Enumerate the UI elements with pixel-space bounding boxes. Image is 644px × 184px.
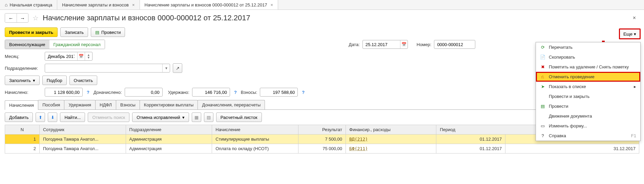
calendar-icon[interactable]: 📅 [77,52,85,60]
month-input[interactable]: 📅 ▲▼ [45,52,92,61]
contrib-field[interactable] [260,90,297,95]
refresh-icon: ⟳ [540,45,545,50]
tab-label: Начисление зарплаты и взносов 0000-00001… [145,2,267,7]
subtab-ndfl[interactable]: НДФЛ [95,100,116,109]
post-label: Провести [101,30,121,35]
month-field[interactable] [45,54,77,59]
close-icon[interactable]: × [633,15,639,21]
month-label: Месяц: [5,54,42,59]
post-and-close-button[interactable]: Провести и закрыть [5,27,58,37]
post-button[interactable]: ▤ Провести [91,27,125,37]
cell-financing: ВД(212) [346,135,436,144]
tab-doc1[interactable]: Начисление зарплаты и взносов × [57,0,140,9]
cell-result: 7 500,00 [298,135,346,144]
menu-mark-delete[interactable]: ✖Пометить на удаление / Снять пометку [536,62,640,72]
table-row[interactable]: 2 Погодина Тамара Анатол... Администраци… [5,144,639,154]
menu-reread[interactable]: ⟳Перечитать [536,42,640,52]
pick-button[interactable]: Подбор [42,76,67,85]
subtab-deductions[interactable]: Удержания [64,100,96,109]
cell-financing: БФ(211) [346,144,436,154]
col-department[interactable]: Подразделение [126,125,212,135]
forward-button[interactable]: → [17,14,28,22]
page-tabs: ⌂ Начальная страница Начисление зарплаты… [0,0,644,10]
find-button[interactable]: Найти... [60,113,85,122]
number-field[interactable] [434,42,475,47]
more-menu: ⟳Перечитать 📄Скопировать ✖Пометить на уд… [536,42,641,141]
cell-result: 75 000,00 [298,144,346,154]
financing-link[interactable]: ВД(212) [349,137,368,142]
cancel-fix-button[interactable]: Отмена исправлений ▾ [132,113,189,122]
menu-post[interactable]: ▤Провести [536,101,640,111]
col-n[interactable]: N [5,125,40,135]
post-icon: ▤ [540,104,545,109]
page-title: Начисление зарплаты и взносов 0000-00001… [43,14,250,22]
favorite-icon[interactable]: ☆ [33,14,39,22]
subtab-corrections[interactable]: Корректировки выплаты [140,100,198,109]
tool-icon-1[interactable]: ▦ [192,113,201,122]
add-row-button[interactable]: Добавить [5,113,33,122]
tool-icon-2[interactable]: ▨ [204,113,213,122]
accrued-field[interactable] [45,90,82,95]
menu-undo-post[interactable]: ⎌Отменить проведение [536,72,640,82]
save-button[interactable]: Записать [60,27,88,37]
close-icon[interactable]: × [132,2,135,7]
withheld-field[interactable] [192,90,230,95]
close-icon[interactable]: × [271,2,273,7]
chevron-down-icon: ▾ [634,32,636,37]
department-input[interactable]: ▾ [45,64,170,73]
menu-show-in-list[interactable]: ➤Показать в списке▸ [536,82,640,91]
col-financing[interactable]: Финансир., расходы [346,125,436,135]
dropdown-icon[interactable]: ▾ [162,64,170,72]
cell-employee: Погодина Тамара Анатол... [39,144,126,154]
fill-button[interactable]: Заполнить ▾ [5,76,40,85]
menu-help[interactable]: ?СправкаF1 [536,131,640,141]
subtab-recalc[interactable]: Доначисления, перерасчеты [198,100,265,109]
department-field[interactable] [45,66,162,71]
tab-home[interactable]: ⌂ Начальная страница [0,0,57,9]
help-icon[interactable]: ? [85,90,91,95]
payslip-button[interactable]: Расчетный листок [216,113,262,122]
menu-label: Движения документа [549,114,592,119]
list-icon: ➤ [540,84,545,89]
cell-n: 2 [5,144,40,154]
calendar-icon[interactable]: 📅 [400,40,408,48]
cell-period-from: 01.12.2017 [436,144,505,154]
cell-accrual: Стимулирующие выплаты [212,135,298,144]
chevron-down-icon: ▾ [182,115,185,120]
subtab-benefits[interactable]: Пособия [38,100,64,109]
menu-post-close[interactable]: Провести и закрыть [536,91,640,101]
clear-button[interactable]: Очистить [69,76,98,85]
more-button[interactable]: Еще ▾ [619,28,641,39]
menu-copy[interactable]: 📄Скопировать [536,52,640,62]
menu-edit-form[interactable]: ▭Изменить форму... [536,121,640,131]
financing-link[interactable]: БФ(211) [349,146,368,151]
open-ref-icon[interactable]: ↗ [173,63,182,73]
back-button[interactable]: ← [5,14,17,22]
menu-moves[interactable]: Движения документа [536,111,640,121]
date-field[interactable] [363,42,400,47]
military-toggle[interactable]: Военнослужащие [5,40,49,49]
additional-field[interactable] [125,90,162,95]
undo-post-icon: ⎌ [540,74,545,79]
help-icon[interactable]: ? [300,90,306,95]
cell-employee: Погодина Тамара Анатол... [39,135,126,144]
help-icon[interactable]: ? [233,90,238,95]
tab-doc2[interactable]: Начисление зарплаты и взносов 0000-00001… [140,0,278,9]
cancel-fix-label: Отмена исправлений [137,115,180,120]
menu-label: Показать в списке [549,84,586,89]
subtab-accruals[interactable]: Начисления [5,100,38,110]
cell-period-to: 31.12.2017 [505,144,639,154]
date-input[interactable]: 📅 [362,40,408,49]
personnel-toggle: Военнослужащие Гражданский персонал [5,40,105,49]
move-down-button[interactable]: ⬇ [48,113,57,122]
submenu-arrow-icon: ▸ [634,84,636,89]
withheld-label: Удержано: [168,90,189,95]
col-accrual[interactable]: Начисление [212,125,298,135]
subtab-contrib[interactable]: Взносы [116,100,140,109]
spinner-icon[interactable]: ▲▼ [85,52,92,60]
col-employee[interactable]: Сотрудник [39,125,126,135]
civil-toggle[interactable]: Гражданский персонал [49,40,105,49]
number-input[interactable] [434,40,475,49]
move-up-button[interactable]: ⬆ [36,113,45,122]
col-result[interactable]: Результат [298,125,346,135]
